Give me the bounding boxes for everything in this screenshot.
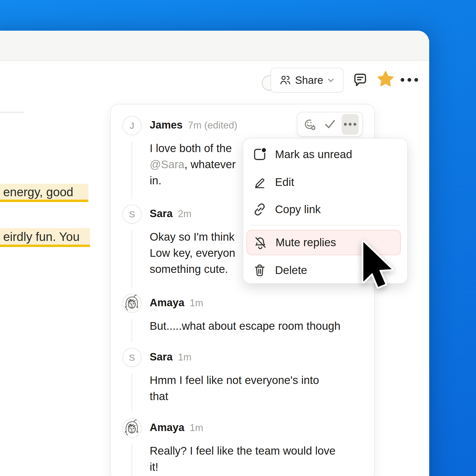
comment-timestamp: 1m [190, 422, 203, 433]
menu-item-label: Mute replies [276, 236, 336, 249]
comment-text: But.....what about escape room though [150, 318, 340, 334]
window-header [0, 31, 429, 61]
comment-text-segment: in. [150, 174, 161, 187]
comment-text-segment: But.....what about escape room though [150, 320, 340, 332]
thread-connector-line [131, 319, 132, 342]
comments-button[interactable] [352, 71, 369, 88]
comment-text-segment: Okay so I'm think [150, 231, 235, 243]
menu-item-edit[interactable]: Edit [246, 170, 401, 195]
menu-item-label: Edit [275, 176, 294, 189]
menu-item-copy-link[interactable]: Copy link [246, 197, 401, 222]
user-mention[interactable]: @Sara [150, 158, 184, 171]
chevron-down-icon [327, 76, 335, 84]
share-button[interactable]: Share [271, 68, 344, 93]
ellipsis-icon [343, 121, 357, 127]
menu-item-mark-as-unread[interactable]: Mark as unread [246, 142, 401, 167]
highlight-underline [0, 200, 88, 202]
comment-text: Really? I feel like the team would lovei… [150, 443, 336, 475]
mouse-cursor [361, 240, 396, 294]
trash-icon [253, 263, 267, 277]
illustrated-avatar [122, 294, 142, 313]
link-icon [253, 202, 267, 217]
comment-text-segment: it! [150, 461, 158, 473]
ellipsis-icon [399, 76, 419, 84]
comment-text-segment: Low key, everyon [150, 247, 235, 259]
edit-icon [253, 175, 267, 189]
thread-connector-line [131, 230, 132, 288]
highlighted-text-1: energy, good [0, 184, 88, 200]
avatar[interactable]: S [122, 348, 142, 367]
resolve-button[interactable] [322, 114, 338, 135]
menu-item-label: Mark as unread [275, 148, 352, 161]
comment-timestamp: 1m [190, 298, 203, 309]
bell-slash-icon [253, 235, 267, 250]
comment-bubble-icon [352, 72, 368, 88]
avatar[interactable] [122, 294, 142, 313]
avatar[interactable]: S [122, 204, 142, 224]
comment-author: Amaya [150, 422, 184, 433]
star-icon [377, 70, 395, 88]
comment-text-segment: that [150, 390, 168, 402]
favorite-button[interactable] [377, 70, 395, 88]
comment-timestamp: 7m (edited) [188, 120, 237, 131]
comment-text-segment: , whatever [184, 158, 236, 171]
avatar[interactable]: J [122, 116, 142, 135]
menu-item-label: Copy link [275, 203, 321, 216]
people-icon [279, 74, 291, 86]
comment-text-segment: Hmm I feel like not everyone's into [150, 374, 319, 386]
menu-divider [251, 225, 400, 226]
add-reaction-button[interactable] [301, 114, 318, 135]
comment-hover-toolbar [297, 112, 363, 137]
emoji-add-icon [303, 118, 316, 131]
comment-text-segment: I love both of the [150, 142, 232, 154]
highlighted-text-2: eirdly fun. You [0, 228, 90, 245]
share-button-label: Share [295, 74, 323, 86]
thread-connector-line [131, 373, 132, 413]
highlight-underline [0, 245, 90, 247]
menu-item-label: Delete [275, 264, 307, 277]
comment-text: I love both of the@Sara, whateverin. [150, 140, 236, 189]
comment-text: Okay so I'm thinkLow key, everyonsomethi… [150, 229, 235, 277]
comment-author: James [150, 119, 183, 131]
comment-timestamp: 1m [178, 352, 191, 363]
comment-author: Amaya [150, 297, 184, 309]
comment-more-button[interactable] [342, 114, 359, 135]
comment-text: Hmm I feel like not everyone's intothat [150, 372, 319, 404]
thread-connector-line [131, 444, 132, 476]
thread-connector-line [131, 141, 132, 199]
illustrated-avatar [122, 418, 142, 438]
comment-timestamp: 2m [178, 208, 191, 219]
highlight-text: energy, good [3, 185, 73, 199]
highlight-text: eirdly fun. You [3, 230, 80, 244]
page-divider-line [0, 112, 24, 113]
page-more-button[interactable] [399, 76, 419, 84]
comment-text-segment: something cute. [150, 263, 228, 275]
avatar[interactable] [122, 418, 142, 438]
comment-author: Sara [150, 208, 173, 219]
unread-icon [253, 147, 267, 162]
comment-text-segment: Really? I feel like the team would love [150, 445, 336, 457]
comment-author: Sara [150, 351, 173, 363]
check-icon [323, 117, 337, 131]
